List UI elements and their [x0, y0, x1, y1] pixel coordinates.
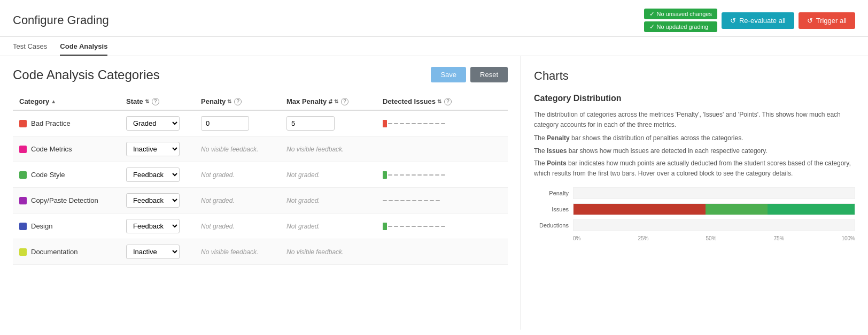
- desc-line-3: The Issues bar shows how much issues are…: [534, 146, 855, 156]
- chart-description: The distribution of categories across th…: [534, 110, 855, 179]
- no-updated-label: No updated grading: [657, 24, 709, 30]
- x-axis: 0% 25% 50% 75% 100%: [534, 235, 855, 241]
- no-unsaved-badge: ✓ No unsaved changes: [644, 9, 717, 19]
- th-category: Category ▲: [13, 93, 120, 110]
- categories-table: Category ▲ State ⇅ ? Penalty: [13, 93, 508, 265]
- bar-chart: Penalty Issues Deductions: [534, 187, 855, 241]
- bar-segment-green1[interactable]: [706, 204, 768, 215]
- state-select-code-style[interactable]: GradedFeedbackInactive: [126, 168, 180, 182]
- dash: [388, 226, 392, 227]
- state-cell-copy-paste: GradedFeedbackInactive: [120, 188, 195, 214]
- dash: [394, 226, 398, 227]
- dash: [412, 200, 416, 201]
- dash-line-copy-paste: [383, 200, 501, 201]
- sort-icon-detected: ⇅: [437, 98, 441, 104]
- check-icon-2: ✓: [649, 23, 655, 31]
- no-unsaved-label: No unsaved changes: [657, 11, 712, 17]
- state-select-bad-practice[interactable]: GradedFeedbackInactive: [126, 116, 180, 131]
- state-select-design[interactable]: GradedFeedbackInactive: [126, 219, 180, 233]
- state-select-copy-paste[interactable]: GradedFeedbackInactive: [126, 193, 180, 208]
- sort-icon-state: ⇅: [145, 98, 149, 104]
- dash: [429, 226, 433, 227]
- category-name-bad-practice: Bad Practice: [31, 119, 71, 127]
- dash: [394, 200, 399, 201]
- detected-cell-bad-practice: [376, 110, 508, 136]
- category-name-copy-paste: Copy/Paste Detection: [31, 196, 98, 204]
- bar-segment-green2[interactable]: [768, 204, 855, 215]
- table-row: Documentation GradedFeedbackInactiveNo v…: [13, 239, 508, 265]
- color-dot-copy-paste: [19, 197, 27, 204]
- category-content-documentation: Documentation: [19, 248, 113, 256]
- detected-cell-copy-paste: [376, 188, 508, 214]
- th-detected-issues: Detected Issues ⇅ ?: [376, 93, 508, 110]
- dash: [423, 174, 428, 176]
- table-row: Design GradedFeedbackInactiveNot graded.…: [13, 214, 508, 239]
- max-penalty-cell-code-style: Not graded.: [280, 162, 376, 188]
- penalty-text-code-metrics: No visible feedback.: [201, 146, 258, 153]
- penalty-input-bad-practice[interactable]: [201, 116, 249, 131]
- table-header-row: Category ▲ State ⇅ ? Penalty: [13, 93, 508, 110]
- sort-icon-max-penalty: ⇅: [334, 98, 338, 104]
- penalty-text-design: Not graded.: [201, 223, 235, 230]
- penalty-cell-copy-paste: Not graded.: [195, 188, 280, 214]
- dash-line-bad-practice: [388, 123, 445, 124]
- dash: [394, 123, 398, 124]
- header-right: ✓ No unsaved changes ✓ No updated gradin…: [644, 9, 855, 32]
- max-penalty-cell-bad-practice: [280, 110, 376, 136]
- desc-line-1: The distribution of categories across th…: [534, 110, 855, 130]
- tab-code-analysis[interactable]: Code Analysis: [60, 37, 107, 56]
- penalty-cell-documentation: No visible feedback.: [195, 239, 280, 265]
- trigger-all-button[interactable]: ↺ Trigger all: [799, 12, 855, 29]
- dash: [400, 123, 404, 124]
- x-label-0: 0%: [573, 235, 580, 241]
- max-penalty-input-bad-practice[interactable]: [286, 116, 335, 131]
- max-penalty-cell-copy-paste: Not graded.: [280, 188, 376, 214]
- state-cell-code-metrics: GradedFeedbackInactive: [120, 136, 195, 162]
- dash: [412, 123, 416, 124]
- category-content-code-style: Code Style: [19, 171, 113, 179]
- re-evaluate-button[interactable]: ↺ Re-evaluate all: [722, 12, 794, 29]
- dash: [406, 226, 410, 227]
- reset-button[interactable]: Reset: [470, 67, 508, 82]
- dash: [389, 200, 393, 201]
- dash: [423, 123, 428, 124]
- tab-test-cases[interactable]: Test Cases: [13, 37, 47, 56]
- mini-bar-solid-code-style: [383, 171, 387, 179]
- save-button[interactable]: Save: [431, 67, 466, 82]
- category-name-code-style: Code Style: [31, 171, 65, 179]
- no-updated-badge: ✓ No updated grading: [644, 21, 717, 32]
- state-cell-bad-practice: GradedFeedbackInactive: [120, 110, 195, 136]
- category-cell-design: Design: [13, 214, 120, 239]
- sort-icon-category: ▲: [51, 98, 56, 104]
- category-cell-code-style: Code Style: [13, 162, 120, 188]
- desc-line-2: The Penalty bar shows the distribution o…: [534, 133, 855, 143]
- category-content-copy-paste: Copy/Paste Detection: [19, 196, 113, 204]
- detected-cell-documentation: [376, 239, 508, 265]
- color-dot-documentation: [19, 248, 27, 256]
- mini-bar-solid-design: [383, 223, 387, 230]
- dash: [400, 226, 404, 227]
- chart-section-title: Category Distribution: [534, 94, 855, 103]
- category-cell-documentation: Documentation: [13, 239, 120, 265]
- mini-bar-design: [383, 223, 468, 230]
- help-icon-penalty[interactable]: ?: [234, 98, 242, 105]
- state-select-code-metrics[interactable]: GradedFeedbackInactive: [126, 142, 180, 156]
- th-max-penalty: Max Penalty # ⇅ ?: [280, 93, 376, 110]
- penalty-cell-code-metrics: No visible feedback.: [195, 136, 280, 162]
- help-icon-detected[interactable]: ?: [444, 98, 452, 105]
- penalty-text-documentation: No visible feedback.: [201, 248, 258, 256]
- category-cell-code-metrics: Code Metrics: [13, 136, 120, 162]
- penalty-cell-bad-practice: [195, 110, 280, 136]
- dash-line-design: [388, 226, 445, 227]
- dash: [400, 174, 404, 176]
- help-icon-state[interactable]: ?: [152, 98, 159, 105]
- detected-cell-design: [376, 214, 508, 239]
- state-cell-documentation: GradedFeedbackInactive: [120, 239, 195, 265]
- bar-segment-red[interactable]: [574, 204, 706, 215]
- dash: [400, 200, 405, 201]
- help-icon-max-penalty[interactable]: ?: [341, 98, 348, 105]
- x-label-100: 100%: [841, 235, 855, 241]
- main-layout: Code Analysis Categories Save Reset Cate…: [0, 56, 868, 330]
- state-select-documentation[interactable]: GradedFeedbackInactive: [126, 245, 180, 259]
- category-content-design: Design: [19, 222, 113, 230]
